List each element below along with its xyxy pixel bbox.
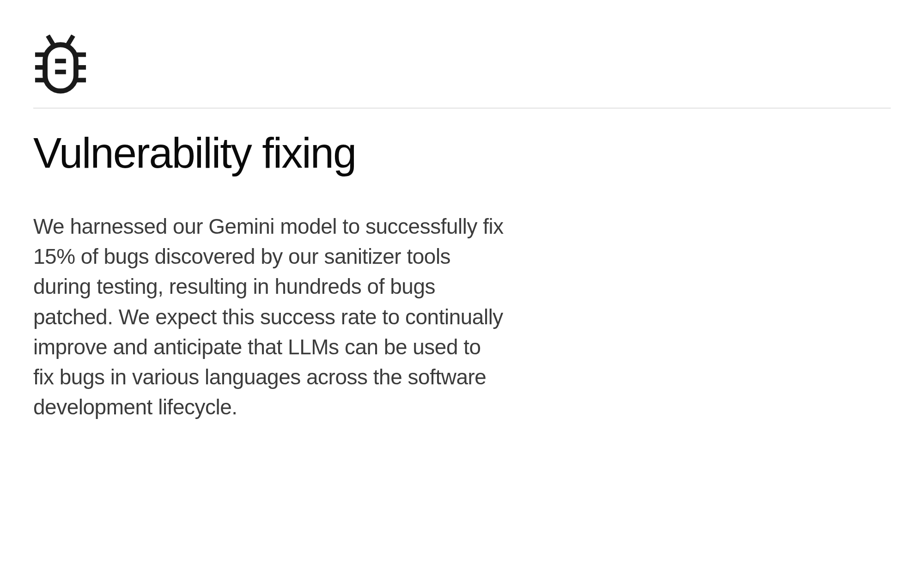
section-heading: Vulnerability fixing xyxy=(33,131,891,176)
bug-icon xyxy=(33,35,891,94)
icon-area xyxy=(33,35,891,94)
divider xyxy=(33,108,891,109)
svg-line-0 xyxy=(48,36,53,45)
section-body: We harnessed our Gemini model to success… xyxy=(33,212,505,423)
svg-line-1 xyxy=(68,36,73,45)
svg-rect-2 xyxy=(45,45,76,91)
